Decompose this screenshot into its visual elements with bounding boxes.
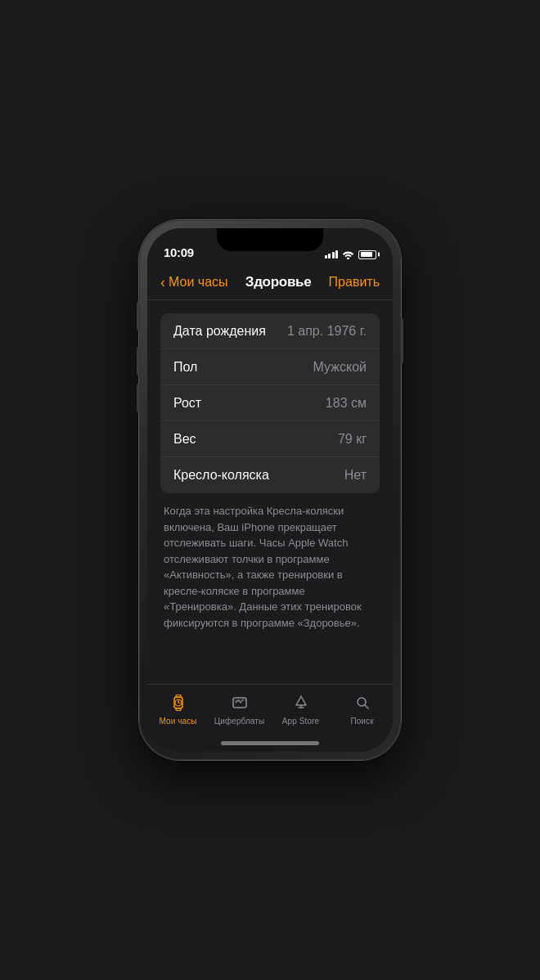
- item-value-1: Мужской: [313, 360, 367, 375]
- health-item-4[interactable]: Кресло-коляска Нет: [160, 457, 380, 493]
- health-item-0[interactable]: Дата рождения 1 апр. 1976 г.: [160, 313, 380, 349]
- battery-icon: [358, 250, 376, 259]
- item-value-2: 183 см: [326, 396, 367, 411]
- watch-faces-icon: [228, 691, 251, 714]
- signal-icon: [325, 250, 339, 258]
- svg-rect-6: [233, 698, 246, 708]
- top-gap: [147, 300, 393, 313]
- item-label-2: Рост: [173, 396, 201, 411]
- home-indicator: [221, 741, 319, 745]
- navigation-bar: ‹ Мои часы Здоровье Править: [147, 264, 393, 300]
- phone-device: 10:09: [139, 220, 401, 760]
- health-item-1[interactable]: Пол Мужской: [160, 349, 380, 385]
- health-item-3[interactable]: Вес 79 кг: [160, 421, 380, 457]
- edit-button[interactable]: Править: [329, 275, 380, 290]
- page-title: Здоровье: [245, 274, 312, 290]
- tab-watch-faces[interactable]: Циферблаты: [209, 691, 270, 726]
- item-value-0: 1 апр. 1976 г.: [287, 324, 367, 339]
- status-time: 10:09: [164, 245, 194, 259]
- chevron-left-icon: ‹: [160, 275, 165, 290]
- search-tab-icon: [351, 691, 374, 714]
- tab-app-store-label: App Store: [282, 717, 319, 726]
- svg-line-11: [365, 705, 368, 708]
- item-value-4: Нет: [344, 468, 367, 483]
- tab-watch-faces-label: Циферблаты: [214, 717, 265, 726]
- tab-app-store[interactable]: App Store: [270, 691, 331, 726]
- app-store-icon: [290, 691, 313, 714]
- content-area: Дата рождения 1 апр. 1976 г. Пол Мужской…: [147, 300, 393, 684]
- screen: 10:09: [147, 228, 393, 752]
- back-label: Мои часы: [169, 275, 228, 290]
- tab-my-watch-label: Мои часы: [159, 717, 196, 726]
- tab-search-label: Поиск: [350, 717, 373, 726]
- health-item-2[interactable]: Рост 183 см: [160, 385, 380, 421]
- tab-search[interactable]: Поиск: [331, 691, 393, 726]
- tab-my-watch[interactable]: Мои часы: [147, 691, 209, 726]
- item-label-3: Вес: [173, 432, 196, 447]
- item-label-1: Пол: [173, 360, 197, 375]
- wifi-icon: [342, 249, 354, 259]
- status-icons: [325, 249, 377, 259]
- my-watch-icon: [167, 691, 190, 714]
- item-label-0: Дата рождения: [173, 324, 266, 339]
- svg-rect-4: [176, 695, 181, 698]
- wheelchair-info-text: Когда эта настройка Кресла-коляски включ…: [160, 503, 380, 631]
- item-value-3: 79 кг: [338, 432, 367, 447]
- health-list: Дата рождения 1 апр. 1976 г. Пол Мужской…: [160, 313, 380, 493]
- battery-fill: [361, 252, 372, 257]
- phone-screen-area: 10:09: [147, 228, 393, 752]
- back-button[interactable]: ‹ Мои часы: [160, 275, 228, 290]
- notch: [217, 228, 323, 251]
- item-label-4: Кресло-коляска: [173, 468, 269, 483]
- svg-rect-5: [176, 708, 181, 711]
